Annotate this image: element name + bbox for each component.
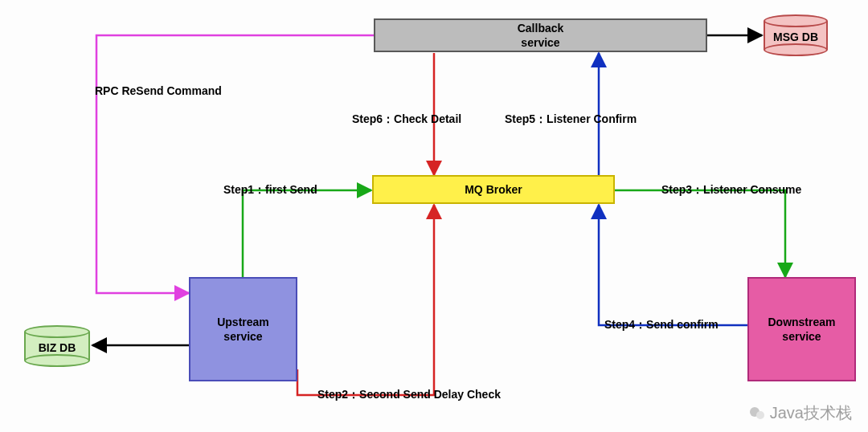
step4-label: Step4：Send confirm: [604, 318, 719, 332]
step3-label: Step3：Listener Consume: [661, 183, 801, 198]
upstream-service-label: Upstream service: [217, 315, 269, 344]
wechat-icon: [747, 404, 767, 423]
watermark: Java技术栈: [747, 402, 852, 424]
msg-db-cylinder: MSG DB: [764, 14, 828, 56]
callback-service-box: Callback service: [374, 18, 707, 52]
step1-label: Step1：first Send: [223, 183, 317, 198]
step5-label: Step5：Listener Confirm: [505, 112, 637, 127]
step2-label: Step2：Second Send Delay Check: [317, 388, 501, 402]
downstream-service-box: Downstream service: [747, 277, 856, 381]
upstream-service-box: Upstream service: [189, 277, 297, 381]
mq-broker-box: MQ Broker: [372, 175, 615, 204]
watermark-text: Java技术栈: [770, 402, 852, 424]
rpc-label: RPC ReSend Command: [95, 84, 222, 97]
msg-db-label: MSG DB: [764, 31, 828, 43]
mq-broker-label: MQ Broker: [465, 182, 522, 197]
svg-point-5: [756, 411, 764, 419]
biz-db-cylinder: BIZ DB: [24, 325, 90, 367]
biz-db-label: BIZ DB: [24, 341, 90, 354]
callback-service-label: Callback service: [518, 21, 564, 50]
downstream-service-label: Downstream service: [768, 315, 835, 344]
step6-label: Step6：Check Detail: [352, 112, 461, 127]
